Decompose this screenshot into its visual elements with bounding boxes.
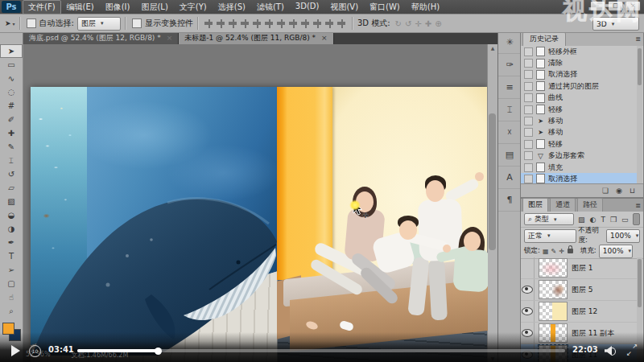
new-document-from-state-icon[interactable]: ❏ <box>602 187 609 195</box>
align-right-icon[interactable] <box>228 19 238 28</box>
tab-close-icon[interactable]: × <box>167 34 173 42</box>
fill-field[interactable]: 100% <box>599 245 633 258</box>
history-source-checkbox[interactable] <box>524 128 533 137</box>
filter-type-layers-icon[interactable]: T <box>601 216 605 224</box>
document-tab[interactable]: 未标题-1 @ 52.4% (图层 11, RGB/8) * × <box>179 31 333 44</box>
tool-preset-caret-icon[interactable]: ▾ <box>13 21 15 27</box>
gradient-tool[interactable]: ▧ <box>0 195 23 208</box>
align-left-icon[interactable] <box>204 19 214 28</box>
distribute-h-center-icon[interactable] <box>288 19 299 28</box>
history-state-row[interactable]: 填充 <box>521 162 638 173</box>
menu-item[interactable]: 文字(Y) <box>174 0 213 14</box>
align-bottom-icon[interactable] <box>264 19 275 28</box>
lock-position-icon[interactable]: ✛ <box>559 248 564 255</box>
menu-item[interactable]: 视图(V) <box>324 0 364 14</box>
filter-smart-object-icon[interactable]: ▭ <box>621 216 629 224</box>
marquee-tool[interactable]: ▭ <box>0 58 23 72</box>
panel-tab[interactable]: 路径 <box>577 198 603 212</box>
history-state-row[interactable]: 取消选择 <box>521 69 638 80</box>
move-tool[interactable]: ➤ <box>0 44 23 58</box>
history-source-checkbox[interactable] <box>524 151 533 160</box>
layer-row[interactable]: 图层 1 <box>521 257 638 279</box>
scrollbar-thumb[interactable] <box>638 48 642 85</box>
menu-item[interactable]: 选择(S) <box>213 0 251 14</box>
history-state-row[interactable]: 多边形套索 <box>521 150 638 162</box>
eraser-tool[interactable]: ▱ <box>0 181 23 195</box>
crop-tool[interactable]: # <box>0 99 23 113</box>
auto-select-checkbox[interactable] <box>27 19 36 28</box>
skip-10s-icon[interactable]: 10 <box>29 345 41 357</box>
menu-item[interactable]: 文件(F) <box>23 0 61 14</box>
layer-thumbnail[interactable] <box>539 258 568 278</box>
history-state-row[interactable]: 移动 <box>521 115 638 126</box>
tool-presets-panel-icon[interactable]: ≡ <box>498 76 521 99</box>
lock-all-icon[interactable] <box>568 249 573 253</box>
scrollbar-thumb[interactable] <box>489 113 496 250</box>
fullscreen-icon[interactable] <box>626 344 638 356</box>
3d-panel-icon[interactable]: ✳ <box>498 31 521 54</box>
layer-row[interactable]: 图层 5 <box>521 279 638 301</box>
layer-row[interactable]: 图层 12 <box>521 301 638 323</box>
character-panel-icon[interactable]: A <box>498 167 521 189</box>
canvas-vertical-scrollbar[interactable]: ▲ ▼ <box>487 44 497 362</box>
visibility-toggle[interactable] <box>521 257 535 278</box>
history-state-row[interactable]: 清除 <box>521 57 638 68</box>
scroll-up-icon[interactable]: ▲ <box>488 45 497 51</box>
menu-item[interactable]: 帮助(H) <box>406 0 445 14</box>
history-source-checkbox[interactable] <box>524 117 533 125</box>
distribute-top-icon[interactable] <box>312 19 323 28</box>
history-state-row[interactable]: 轻移外框 <box>521 46 638 57</box>
notes-panel-icon[interactable]: ▤ <box>498 144 521 167</box>
clone-source-panel-icon[interactable]: ⌶ <box>498 99 521 121</box>
3d-scale-icon[interactable]: ⊕ <box>435 19 441 28</box>
history-state-row[interactable]: 曲线 <box>521 93 638 104</box>
zoom-tool[interactable]: ⌕ <box>0 304 23 318</box>
path-selection-tool[interactable]: ➢ <box>0 263 23 277</box>
history-state-row[interactable]: 通过拷贝的图层 <box>521 80 638 92</box>
menu-item[interactable]: 图层(L) <box>135 0 173 14</box>
align-v-center-icon[interactable] <box>252 19 262 28</box>
history-source-checkbox[interactable] <box>524 70 533 79</box>
opacity-field[interactable]: 100% <box>606 229 640 243</box>
canvas-pasteboard[interactable]: ▲ ▼ <box>23 44 497 362</box>
panel-menu-icon[interactable]: ≣ <box>635 202 641 209</box>
document-tab[interactable]: 海底.psd @ 52.4% (图层 12, RGB/8) * × <box>23 31 179 44</box>
filter-shape-layers-icon[interactable]: ❒ <box>610 216 617 224</box>
menu-item[interactable]: 3D(D) <box>290 0 325 14</box>
eyedropper-tool[interactable]: ✐ <box>0 113 23 126</box>
history-state-row[interactable]: 轻移 <box>521 138 638 150</box>
menu-item[interactable]: 窗口(W) <box>364 0 406 14</box>
distribute-v-center-icon[interactable] <box>324 19 335 28</box>
menu-item[interactable]: 图像(I) <box>100 0 136 14</box>
scrollbar-thumb[interactable] <box>638 259 642 307</box>
panel-tab[interactable]: 图层 <box>522 198 548 212</box>
lock-pixels-icon[interactable]: ✎ <box>551 248 556 255</box>
blur-tool[interactable]: ◒ <box>0 208 23 222</box>
clone-stamp-tool[interactable]: ⌶ <box>0 154 23 167</box>
brush-tool[interactable]: ✎ <box>0 140 23 154</box>
brush-panel-icon[interactable]: ✑ <box>498 54 521 76</box>
visibility-toggle[interactable] <box>521 301 535 322</box>
progress-handle[interactable] <box>155 348 162 355</box>
volume-icon[interactable] <box>605 346 617 356</box>
distribute-right-icon[interactable] <box>300 19 311 28</box>
quick-selection-tool[interactable]: ◌ <box>0 85 23 99</box>
new-snapshot-icon[interactable]: ◉ <box>616 187 622 195</box>
auto-select-dropdown[interactable]: 图层 <box>77 17 121 31</box>
history-source-checkbox[interactable] <box>524 140 533 149</box>
history-source-checkbox[interactable] <box>524 175 533 183</box>
panel-tab[interactable]: 通道 <box>550 198 576 212</box>
history-source-checkbox[interactable] <box>524 47 533 56</box>
align-h-center-icon[interactable] <box>216 19 226 28</box>
measure-panel-icon[interactable]: ☓ <box>498 121 521 144</box>
hand-tool[interactable]: ☝ <box>0 290 23 304</box>
3d-drag-icon[interactable]: ✛ <box>415 19 421 28</box>
3d-rotate-icon[interactable]: ↻ <box>395 19 402 28</box>
history-source-checkbox[interactable] <box>524 163 533 172</box>
layer-thumbnail[interactable] <box>539 280 568 299</box>
shape-tool[interactable]: ▢ <box>0 277 23 290</box>
3d-roll-icon[interactable]: ↺ <box>405 19 411 28</box>
play-icon[interactable] <box>11 345 20 356</box>
layer-thumbnail[interactable] <box>539 302 568 321</box>
history-source-checkbox[interactable] <box>524 82 533 91</box>
